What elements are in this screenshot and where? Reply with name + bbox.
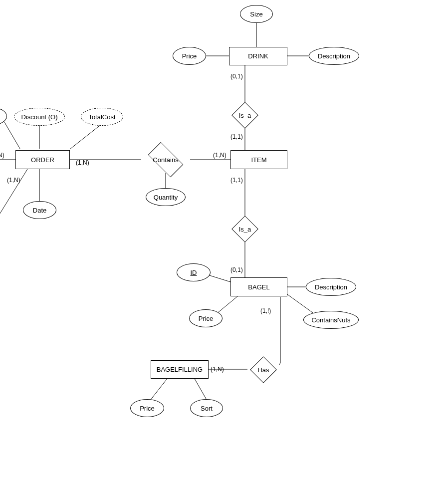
attr-containsnuts: ContainsNuts [303,311,359,329]
rel-isa-top: Is_a [229,103,261,128]
card-drink-isa: (0,1) [230,73,243,80]
attr-er-partial: er [0,107,7,125]
attr-drink-price: Price [173,47,206,65]
card-has-bf: (1,N) [211,366,224,373]
attr-totalcost-label: TotalCost [88,113,115,121]
connector-lines [0,0,448,482]
attr-bagel-description: Description [306,278,356,296]
card-isa-bagel: (0,1) [230,266,243,273]
entity-bagelfilling: BAGELFILLING [151,360,209,379]
svg-line-5 [4,122,20,149]
rel-isa-mid: Is_a [229,217,261,241]
entity-bagel: BAGEL [230,277,287,296]
attr-quantity: Quantity [146,188,186,206]
attr-bagel-desc-label: Description [315,283,347,291]
svg-line-24 [195,379,207,400]
svg-line-16 [208,275,230,282]
svg-line-7 [70,125,101,149]
entity-item-label: ITEM [251,156,266,164]
rel-contains-label: Contains [153,156,178,164]
rel-isa-top-label: Is_a [239,112,251,119]
svg-line-23 [151,379,167,400]
entity-drink-label: DRINK [248,52,268,60]
attr-totalcost: TotalCost [81,108,123,126]
card-isa-item-top: (1,1) [230,133,243,140]
card-order-left: N) [0,152,4,159]
card-order-date: (1,N) [7,177,20,184]
attr-size-label: Size [250,10,262,18]
entity-bagelfilling-label: BAGELFILLING [157,366,203,373]
attr-date: Date [23,201,56,219]
entity-order: ORDER [15,150,70,169]
card-contains-item: (1,N) [213,152,226,159]
er-diagram-canvas: Size Price DRINK Description (0,1) Is_a … [0,0,448,482]
card-order-contains: (1,N) [76,159,89,166]
rel-contains: Contains [141,146,190,173]
card-bagel-has: (1,!) [260,307,271,314]
entity-bagel-label: BAGEL [248,283,269,291]
attr-discount-label: Discount (O) [21,113,58,121]
rel-has-label: Has [257,366,269,374]
attr-quantity-label: Quantity [154,194,178,201]
attr-containsnuts-label: ContainsNuts [311,316,350,324]
attr-discount: Discount (O) [14,108,65,126]
attr-bagel-id-label: ID [191,269,197,276]
attr-bagel-id: ID [177,263,211,281]
card-item-isa-mid: (1,1) [230,177,243,184]
attr-bf-sort-label: Sort [201,405,213,412]
attr-bf-price-label: Price [140,405,155,412]
entity-order-label: ORDER [31,156,54,164]
entity-drink: DRINK [229,47,287,65]
attr-size: Size [240,5,273,23]
attr-date-label: Date [33,207,46,214]
entity-item: ITEM [230,150,287,169]
attr-bf-price: Price [130,399,164,417]
attr-drink-desc-label: Description [318,52,350,60]
attr-bagel-price-label: Price [199,315,214,322]
attr-bf-sort: Sort [190,399,223,417]
attr-drink-price-label: Price [182,52,197,60]
rel-has: Has [247,357,279,382]
attr-drink-description: Description [309,47,359,65]
attr-bagel-price: Price [189,309,223,327]
rel-isa-mid-label: Is_a [239,226,251,233]
